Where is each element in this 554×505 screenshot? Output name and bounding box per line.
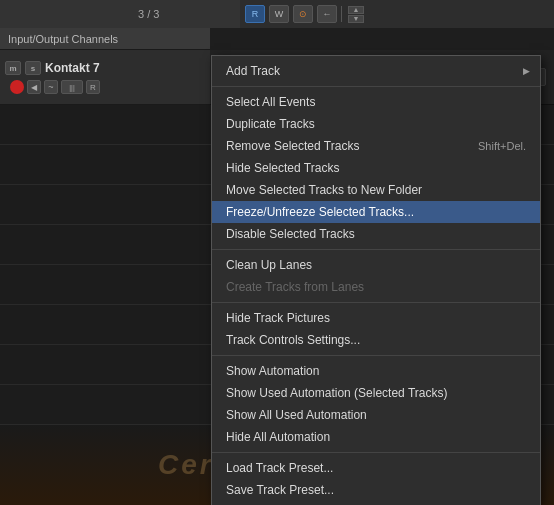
menu-item-shortcut-4: Shift+Del. [478,140,526,152]
track-controls-row: ◀ ~ ||| R [5,77,205,97]
menu-item-label-16: Show Automation [226,364,319,378]
menu-item-19[interactable]: Hide All Automation [212,426,540,448]
menu-item-label-17: Show Used Automation (Selected Tracks) [226,386,447,400]
page-counter: 3 / 3 [138,8,159,20]
menu-item-0[interactable]: Add Track [212,60,540,82]
menu-item-14[interactable]: Track Controls Settings... [212,329,540,351]
menu-item-17[interactable]: Show Used Automation (Selected Tracks) [212,382,540,404]
menu-item-22[interactable]: Save Track Preset... [212,479,540,501]
midi-btn[interactable]: ||| [61,80,83,94]
menu-item-2[interactable]: Select All Events [212,91,540,113]
track-row: m s Kontakt 7 ◀ ~ ||| R [0,50,210,105]
menu-item-label-7: Freeze/Unfreeze Selected Tracks... [226,205,414,219]
menu-item-7[interactable]: Freeze/Unfreeze Selected Tracks... [212,201,540,223]
menu-item-label-13: Hide Track Pictures [226,311,330,325]
menu-item-6[interactable]: Move Selected Tracks to New Folder [212,179,540,201]
mute-btn[interactable]: m [5,61,21,75]
menu-separator-1 [212,86,540,87]
arrow-down-btn[interactable]: ▼ [348,15,364,23]
monitor-btn[interactable]: ◀ [27,80,41,94]
r-btn[interactable]: R [86,80,100,94]
transport-w-btn[interactable]: W [269,5,289,23]
menu-item-label-14: Track Controls Settings... [226,333,360,347]
transport-divider [341,6,342,22]
rec-btn[interactable] [10,80,24,94]
menu-item-label-2: Select All Events [226,95,315,109]
transport-r-btn[interactable]: R [245,5,265,23]
menu-item-label-3: Duplicate Tracks [226,117,315,131]
transport-arrows: ▲ ▼ [348,6,364,23]
transport-back-btn[interactable]: ← [317,5,337,23]
solo-btn[interactable]: s [25,61,41,75]
menu-item-label-8: Disable Selected Tracks [226,227,355,241]
menu-item-label-19: Hide All Automation [226,430,330,444]
menu-separator-12 [212,302,540,303]
menu-item-18[interactable]: Show All Used Automation [212,404,540,426]
menu-item-10[interactable]: Clean Up Lanes [212,254,540,276]
transport-area: R W ⊙ ← ▲ ▼ [240,0,554,28]
menu-item-label-18: Show All Used Automation [226,408,367,422]
menu-item-label-21: Load Track Preset... [226,461,333,475]
menu-item-13[interactable]: Hide Track Pictures [212,307,540,329]
menu-item-label-11: Create Tracks from Lanes [226,280,364,294]
menu-separator-9 [212,249,540,250]
panel-header-label: Input/Output Channels [8,33,118,45]
menu-item-3[interactable]: Duplicate Tracks [212,113,540,135]
menu-item-16[interactable]: Show Automation [212,360,540,382]
menu-item-label-5: Hide Selected Tracks [226,161,339,175]
menu-item-label-6: Move Selected Tracks to New Folder [226,183,422,197]
transport-circle-btn[interactable]: ⊙ [293,5,313,23]
track-name: Kontakt 7 [45,61,205,75]
menu-item-11: Create Tracks from Lanes [212,276,540,298]
menu-item-label-22: Save Track Preset... [226,483,334,497]
menu-item-4[interactable]: Remove Selected TracksShift+Del. [212,135,540,157]
menu-separator-20 [212,452,540,453]
menu-item-label-10: Clean Up Lanes [226,258,312,272]
panel-header: Input/Output Channels [0,28,210,50]
freeze-btn[interactable]: ~ [44,80,58,94]
menu-item-8[interactable]: Disable Selected Tracks [212,223,540,245]
menu-item-5[interactable]: Hide Selected Tracks [212,157,540,179]
menu-item-21[interactable]: Load Track Preset... [212,457,540,479]
menu-item-label-4: Remove Selected Tracks [226,139,359,153]
menu-separator-15 [212,355,540,356]
context-menu: Add TrackSelect All EventsDuplicate Trac… [211,55,541,505]
arrow-up-btn[interactable]: ▲ [348,6,364,14]
menu-item-label-0: Add Track [226,64,280,78]
